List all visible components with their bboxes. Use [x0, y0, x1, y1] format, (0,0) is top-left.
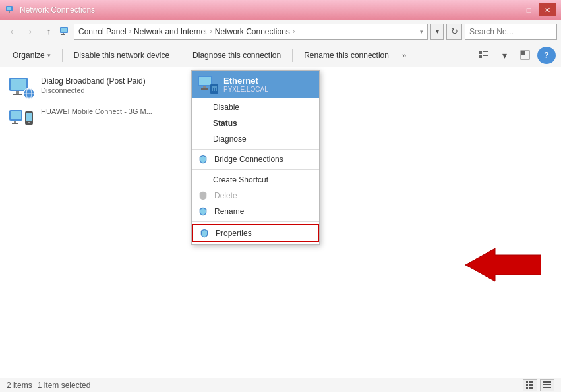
network-icon-huawei	[8, 107, 34, 130]
shield-icon-bridge	[198, 155, 208, 164]
address-path[interactable]: Control Panel › Network and Internet › N…	[74, 24, 428, 40]
svg-rect-17	[11, 79, 26, 90]
svg-rect-27	[14, 121, 16, 123]
context-menu: Ethernet PYXLE.LOCAL Disable Status Diag…	[191, 70, 320, 245]
svg-rect-15	[521, 51, 525, 55]
svg-rect-5	[61, 28, 67, 32]
svg-rect-28	[12, 123, 18, 124]
svg-rect-35	[201, 88, 208, 90]
svg-rect-34	[203, 86, 206, 88]
path-network-internet: Network and Internet	[134, 27, 207, 36]
svg-rect-7	[61, 34, 65, 35]
title-bar-controls: — □ ✕	[502, 3, 556, 16]
layout-button[interactable]	[516, 47, 535, 64]
svg-rect-42	[529, 381, 531, 383]
status-right	[523, 379, 554, 391]
network-name-dialog: Dialog Broadband (Post Paid)	[41, 76, 173, 86]
ctx-rename[interactable]: Rename	[192, 204, 319, 219]
ctx-create-shortcut[interactable]: Create Shortcut	[192, 172, 319, 188]
ctx-status[interactable]: Status	[192, 115, 319, 131]
svg-rect-44	[526, 384, 528, 386]
ctx-separator-2	[192, 169, 319, 170]
ctx-bridge[interactable]: Bridge Connections	[192, 152, 319, 167]
search-box[interactable]: 🔍	[465, 24, 557, 40]
svg-rect-38	[213, 88, 214, 91]
rename-button[interactable]: Rename this connection	[297, 47, 396, 64]
close-button[interactable]: ✕	[539, 3, 556, 16]
view-toggle-arrow[interactable]: ▾	[495, 47, 514, 64]
context-menu-header: Ethernet PYXLE.LOCAL	[192, 71, 319, 98]
ethernet-icon	[197, 75, 218, 94]
svg-rect-46	[531, 384, 533, 386]
ethernet-header-info: Ethernet PYXLE.LOCAL	[223, 76, 268, 93]
ctx-separator-3	[192, 221, 319, 222]
ctx-diagnose[interactable]: Diagnose	[192, 131, 319, 147]
svg-rect-47	[526, 387, 528, 389]
minimize-button[interactable]: —	[502, 3, 519, 16]
svg-rect-13	[483, 57, 488, 57]
shield-icon-properties	[200, 229, 209, 238]
svg-rect-8	[479, 51, 482, 54]
ethernet-sub: PYXLE.LOCAL	[223, 86, 268, 93]
diagnose-button[interactable]: Diagnose this connection	[185, 47, 288, 64]
status-left: 2 items 1 item selected	[7, 381, 90, 390]
item-selected: 1 item selected	[38, 381, 91, 390]
svg-rect-33	[199, 77, 211, 85]
svg-rect-1	[7, 7, 11, 10]
network-icon-dialog	[8, 76, 34, 99]
ctx-separator-1	[192, 149, 319, 150]
ctx-disable[interactable]: Disable	[192, 99, 319, 115]
toolbar: Organize ▾ Disable this network device D…	[0, 43, 561, 67]
toolbar-separator-3	[292, 49, 293, 62]
svg-rect-43	[531, 381, 533, 383]
shield-icon-delete	[198, 191, 208, 200]
toolbar-separator-2	[181, 49, 181, 62]
help-button[interactable]: ?	[537, 47, 556, 64]
svg-rect-2	[9, 11, 10, 13]
svg-rect-19	[13, 94, 22, 95]
arrow-indicator	[462, 245, 541, 285]
view-options-button[interactable]	[474, 47, 492, 64]
svg-rect-52	[543, 387, 551, 388]
ctx-delete: Delete	[192, 188, 319, 204]
search-input[interactable]	[469, 27, 561, 36]
maximize-button[interactable]: □	[520, 3, 537, 16]
svg-rect-48	[529, 387, 531, 389]
svg-rect-12	[483, 55, 488, 56]
svg-rect-51	[543, 384, 551, 385]
status-view-list[interactable]	[523, 379, 537, 391]
title-bar: Network Connections — □ ✕	[0, 0, 561, 20]
svg-rect-11	[479, 55, 482, 58]
network-item-huawei[interactable]: HUAWEI Mobile Connect - 3G M...	[3, 103, 178, 134]
svg-marker-40	[465, 248, 541, 281]
more-options-button[interactable]: »	[398, 47, 411, 64]
back-button[interactable]: ‹	[4, 24, 20, 40]
network-item-dialog[interactable]: Dialog Broadband (Post Paid) Disconnecte…	[3, 72, 178, 103]
ethernet-name: Ethernet	[223, 76, 268, 86]
network-info-huawei: HUAWEI Mobile Connect - 3G M...	[41, 107, 173, 115]
svg-rect-6	[63, 33, 64, 34]
left-panel: Dialog Broadband (Post Paid) Disconnecte…	[0, 67, 181, 378]
title-bar-left: Network Connections	[5, 5, 95, 15]
organize-button[interactable]: Organize ▾	[5, 47, 58, 64]
svg-rect-18	[16, 91, 19, 94]
right-panel: Ethernet PYXLE.LOCAL Disable Status Diag…	[181, 67, 561, 378]
refresh-button[interactable]: ↻	[446, 24, 462, 40]
toolbar-right: ▾ ?	[474, 47, 556, 64]
forward-button[interactable]: ›	[22, 24, 38, 40]
svg-rect-10	[483, 53, 488, 53]
address-bar-right: ▾ ↻ 🔍	[430, 24, 557, 40]
svg-rect-49	[531, 387, 533, 389]
ctx-properties[interactable]: Properties	[192, 224, 319, 242]
up-button[interactable]: ↑	[41, 24, 57, 40]
network-status-dialog: Disconnected	[41, 86, 173, 94]
address-bar: ‹ › ↑ Control Panel › Network and Intern…	[0, 20, 561, 43]
address-dropdown[interactable]: ▾	[430, 24, 444, 40]
svg-rect-3	[7, 13, 11, 13]
status-view-detail[interactable]	[540, 379, 554, 391]
address-icon	[59, 26, 71, 37]
svg-rect-41	[526, 381, 528, 383]
disable-device-button[interactable]: Disable this network device	[67, 47, 177, 64]
path-network-connections: Network Connections	[215, 27, 290, 36]
svg-rect-50	[543, 381, 551, 383]
